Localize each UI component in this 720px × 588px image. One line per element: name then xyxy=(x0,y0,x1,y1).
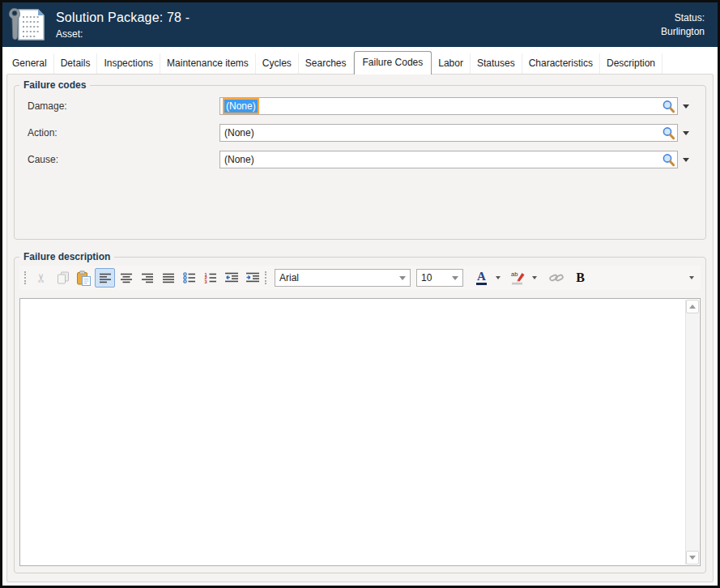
tab-characteristics[interactable]: Characteristics xyxy=(522,53,600,74)
damage-search-button[interactable] xyxy=(660,100,677,113)
editor-text[interactable] xyxy=(23,300,684,564)
font-color-dropdown[interactable] xyxy=(492,276,504,279)
scroll-up-icon xyxy=(689,305,696,309)
font-name-combo[interactable]: Arial xyxy=(275,269,411,287)
justify-button[interactable] xyxy=(158,268,178,288)
chevron-down-icon xyxy=(452,276,458,280)
highlight-dropdown[interactable] xyxy=(529,276,540,279)
editor-scrollbar[interactable] xyxy=(685,300,699,565)
chevron-down-icon xyxy=(683,158,689,162)
font-size-combo[interactable]: 10 xyxy=(416,269,463,287)
tab-statuses[interactable]: Statuses xyxy=(471,53,522,74)
tab-details[interactable]: Details xyxy=(54,53,98,74)
numbered-list-button[interactable]: 123 xyxy=(200,268,220,288)
bullet-list-button[interactable] xyxy=(179,268,199,288)
chevron-down-icon xyxy=(683,104,689,109)
toolbar-overflow-button[interactable] xyxy=(686,276,697,279)
damage-dropdown-button[interactable] xyxy=(678,104,694,109)
chevron-down-icon xyxy=(683,131,689,135)
cause-value: (None) xyxy=(223,153,256,166)
paste-button[interactable] xyxy=(74,268,94,288)
cause-dropdown-button[interactable] xyxy=(678,158,694,162)
action-search-button[interactable] xyxy=(660,126,677,140)
copy-button[interactable] xyxy=(53,268,73,288)
cause-lookup-input[interactable]: (None) xyxy=(219,151,678,168)
align-center-button[interactable] xyxy=(116,268,136,288)
copy-icon xyxy=(57,271,70,284)
chevron-down-icon xyxy=(532,276,537,279)
font-color-button[interactable]: A xyxy=(471,268,492,288)
chevron-down-icon xyxy=(496,276,501,279)
action-dropdown-button[interactable] xyxy=(678,131,694,135)
align-right-button[interactable] xyxy=(137,268,157,288)
tab-searches[interactable]: Searches xyxy=(299,53,354,74)
font-size-dropdown[interactable] xyxy=(448,270,462,286)
justify-icon xyxy=(163,273,174,283)
cause-search-button[interactable] xyxy=(660,153,677,167)
cut-icon: ✂ xyxy=(34,273,49,283)
magnifier-icon xyxy=(662,100,675,113)
font-name-dropdown[interactable] xyxy=(395,270,410,286)
bullet-list-icon xyxy=(183,272,195,283)
align-center-icon xyxy=(121,273,132,283)
toolbar-grip[interactable] xyxy=(24,271,27,284)
tab-maintenance-items[interactable]: Maintenance items xyxy=(160,53,256,74)
toolbar-grip[interactable] xyxy=(265,271,267,284)
align-left-icon xyxy=(100,273,111,283)
highlight-button[interactable]: ab xyxy=(508,268,528,288)
asset-label: Asset: xyxy=(56,28,190,40)
font-color-icon: A xyxy=(476,271,487,285)
tab-general[interactable]: General xyxy=(6,53,54,74)
action-value: (None) xyxy=(223,126,256,139)
magnifier-icon xyxy=(662,153,675,167)
tab-failure-codes[interactable]: Failure Codes xyxy=(354,51,432,75)
failure-description-editor[interactable] xyxy=(19,298,701,566)
scroll-down-icon xyxy=(689,556,696,560)
magnifier-icon xyxy=(662,126,675,140)
chevron-down-icon xyxy=(689,276,694,279)
font-size-value: 10 xyxy=(421,272,432,283)
indent-button[interactable] xyxy=(242,268,262,288)
chevron-down-icon xyxy=(399,276,406,280)
bold-button[interactable]: B xyxy=(570,268,590,288)
status-value: Burlington xyxy=(661,25,705,38)
tab-description[interactable]: Description xyxy=(600,53,662,74)
hyperlink-icon xyxy=(549,272,564,283)
tab-strip: General Details Inspections Maintenance … xyxy=(2,47,718,74)
align-right-icon xyxy=(142,273,153,283)
svg-text:ab: ab xyxy=(511,271,518,278)
hyperlink-button[interactable] xyxy=(546,268,566,288)
damage-value: (None) xyxy=(224,100,258,113)
tab-labor[interactable]: Labor xyxy=(432,53,471,74)
scroll-up-button[interactable] xyxy=(686,300,699,313)
failure-description-group: Failure description ✂ xyxy=(14,251,706,573)
paste-icon xyxy=(76,271,92,286)
font-name-value: Arial xyxy=(279,272,299,283)
action-lookup-input[interactable]: (None) xyxy=(219,124,678,142)
failure-description-group-title: Failure description xyxy=(19,251,114,262)
damage-lookup-input[interactable]: (None) xyxy=(219,97,678,115)
failure-codes-group: Failure codes Damage: (None) xyxy=(14,79,706,240)
page-title: Solution Package: 78 - xyxy=(56,11,190,25)
svg-text:3: 3 xyxy=(205,279,207,283)
tab-cycles[interactable]: Cycles xyxy=(256,53,299,74)
damage-row: Damage: (None) xyxy=(28,97,694,115)
status-label: Status: xyxy=(661,11,705,24)
failure-codes-tab-page: Failure codes Damage: (None) xyxy=(6,74,714,582)
cut-button[interactable]: ✂ xyxy=(32,268,52,288)
cause-label: Cause: xyxy=(28,154,219,165)
solution-package-icon xyxy=(9,7,46,42)
action-row: Action: (None) xyxy=(28,124,694,142)
outdent-button[interactable] xyxy=(221,268,241,288)
damage-label: Damage: xyxy=(28,100,219,112)
tab-inspections[interactable]: Inspections xyxy=(97,53,160,74)
align-left-button[interactable] xyxy=(95,268,115,288)
solution-package-window: Solution Package: 78 - Asset: Status: Bu… xyxy=(0,0,720,588)
cause-row: Cause: (None) xyxy=(28,151,694,168)
window-header: Solution Package: 78 - Asset: Status: Bu… xyxy=(2,2,718,47)
scroll-down-button[interactable] xyxy=(686,551,699,565)
outdent-icon xyxy=(225,272,238,283)
rich-text-toolbar: ✂ xyxy=(19,266,701,290)
failure-codes-group-title: Failure codes xyxy=(19,79,90,91)
indent-icon xyxy=(246,272,259,283)
